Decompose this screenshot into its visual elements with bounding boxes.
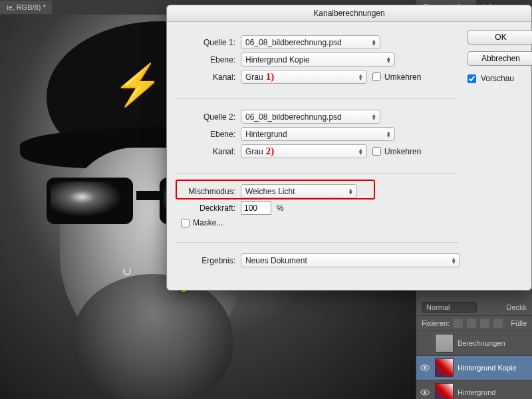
opacity-label: Deckkraft:: [174, 203, 241, 213]
source1-layer-label: Ebene:: [174, 55, 241, 65]
source1-layer-select[interactable]: Hintergrund Kopie▴▾: [241, 53, 395, 66]
opacity-suffix: %: [277, 203, 284, 213]
preview-label: Vorschau: [479, 74, 514, 83]
layer-name[interactable]: Berechnungen: [458, 339, 505, 347]
fill-label: Fülle: [511, 319, 527, 327]
visibility-toggle[interactable]: [419, 338, 431, 348]
source2-invert-label: Umkehren: [384, 147, 421, 156]
source2-file-select[interactable]: 06_08_bildberechnung.psd▴▾: [241, 110, 380, 124]
source2-layer-label: Ebene:: [174, 130, 241, 139]
document-tab[interactable]: ie, RGB/8) *: [0, 1, 53, 14]
result-select[interactable]: Neues Dokument▴▾: [241, 253, 460, 267]
annotation-1: 1): [266, 71, 275, 82]
layer-name[interactable]: Hintergrund: [458, 388, 495, 396]
portrait-nosering: [123, 267, 131, 275]
cancel-button[interactable]: Abbrechen: [467, 51, 532, 66]
mask-label: Maske...: [193, 218, 223, 227]
result-group: Ergebnis: Neues Dokument▴▾: [170, 248, 465, 278]
source1-file-select[interactable]: 06_08_bildberechnung.psd▴▾: [241, 35, 380, 49]
source2-channel-select[interactable]: Grau2)▴▾: [241, 144, 367, 158]
portrait-beard: [73, 274, 233, 399]
visibility-toggle[interactable]: [419, 388, 431, 397]
lock-label: Fixieren:: [422, 319, 450, 327]
visibility-toggle[interactable]: [419, 363, 431, 372]
blend-group: Mischmodus: Weiches Licht▴▾ Deckkraft: %…: [170, 179, 465, 238]
kanalberechnungen-dialog: Kanalberechnungen Quelle 1: 06_08_bildbe…: [166, 5, 532, 291]
dialog-title: Kanalberechnungen: [167, 5, 531, 22]
svg-point-3: [424, 391, 426, 394]
layer-row[interactable]: Hintergrund: [416, 380, 532, 399]
blend-mode-select[interactable]: Weiches Licht▴▾: [241, 184, 357, 198]
ok-button[interactable]: OK: [467, 30, 532, 45]
source1-channel-label: Kanal:: [174, 72, 241, 82]
opacity-label: Deckk: [506, 303, 527, 311]
source1-group: Quelle 1: 06_08_bildberechnung.psd▴▾ Ebe…: [170, 30, 465, 94]
opacity-input[interactable]: [241, 201, 271, 215]
source2-group: Quelle 2: 06_08_bildberechnung.psd▴▾ Ebe…: [170, 104, 465, 169]
source1-invert-checkbox[interactable]: [372, 72, 381, 81]
source2-channel-label: Kanal:: [174, 147, 241, 156]
mask-checkbox[interactable]: [181, 219, 190, 227]
source1-invert-label: Umkehren: [384, 72, 421, 82]
source2-invert-checkbox[interactable]: [372, 147, 381, 156]
layer-thumbnail[interactable]: [435, 383, 454, 399]
lightning-bolt-icon: ⚡: [113, 61, 163, 108]
blend-mode-label: Mischmodus:: [174, 187, 241, 196]
layer-name[interactable]: Hintergrund Kopie: [458, 364, 517, 372]
lock-transparent-icon[interactable]: [454, 319, 463, 328]
layer-row[interactable]: Berechnungen: [416, 331, 532, 356]
layers-panel: Normal Deckk Fixieren: Fülle Berechnunge…: [416, 299, 532, 399]
annotation-2: 2): [266, 146, 275, 157]
source1-label: Quelle 1:: [174, 38, 241, 47]
lock-position-icon[interactable]: [480, 319, 489, 328]
source2-layer-select[interactable]: Hintergrund▴▾: [241, 127, 395, 141]
svg-point-1: [424, 366, 426, 369]
layer-row[interactable]: Hintergrund Kopie: [416, 356, 532, 380]
result-label: Ergebnis:: [174, 256, 241, 265]
layer-thumbnail[interactable]: [435, 358, 454, 377]
layer-blend-mode-select[interactable]: Normal: [422, 302, 477, 313]
lock-all-icon[interactable]: [493, 319, 503, 328]
layer-thumbnail[interactable]: [435, 334, 454, 352]
preview-checkbox[interactable]: [467, 74, 476, 83]
lock-pixels-icon[interactable]: [467, 319, 476, 328]
source2-label: Quelle 2:: [174, 112, 241, 122]
source1-channel-select[interactable]: Grau1)▴▾: [241, 70, 367, 84]
